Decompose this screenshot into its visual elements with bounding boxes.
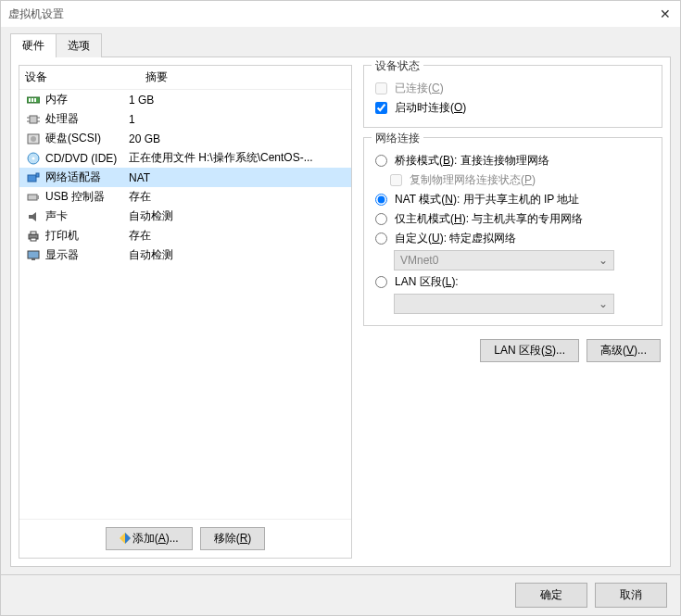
usb-icon	[25, 191, 42, 204]
hardware-panel: 设备 摘要 内存 1 GB 处理器 1 硬盘(SCSI) 20 GB	[19, 65, 352, 559]
svg-marker-24	[125, 533, 131, 544]
svg-point-12	[32, 157, 35, 159]
advanced-button[interactable]: 高级(V)...	[586, 339, 661, 362]
svg-rect-21	[28, 251, 39, 258]
svg-rect-14	[36, 173, 39, 177]
hw-row-network[interactable]: 网络适配器 NAT	[19, 168, 351, 187]
hw-summary: 自动检测	[129, 208, 346, 224]
svg-point-10	[31, 136, 36, 142]
hw-summary: 存在	[129, 189, 346, 205]
svg-rect-13	[28, 175, 36, 182]
device-status-legend: 设备状态	[372, 58, 423, 74]
hw-name: USB 控制器	[45, 189, 105, 205]
hw-row-cd[interactable]: CD/DVD (IDE) 正在使用文件 H:\操作系统\CentOS-...	[19, 148, 351, 168]
tabs: 硬件 选项	[10, 32, 671, 57]
chevron-down-icon: ⌄	[599, 297, 608, 310]
sound-icon	[25, 210, 42, 223]
display-icon	[25, 249, 42, 262]
svg-marker-17	[29, 212, 36, 221]
hw-row-sound[interactable]: 声卡 自动检测	[19, 207, 351, 226]
lan-segments-button[interactable]: LAN 区段(S)...	[480, 339, 579, 362]
hw-summary: 1 GB	[129, 94, 346, 107]
nat-radio[interactable]	[375, 194, 387, 206]
svg-rect-4	[30, 116, 37, 123]
cpu-icon	[25, 113, 42, 126]
svg-rect-2	[32, 98, 33, 102]
network-icon	[25, 171, 42, 184]
custom-radio[interactable]	[375, 233, 387, 245]
remove-button[interactable]: 移除(R)	[200, 527, 266, 550]
hw-name: 网络适配器	[45, 170, 101, 185]
svg-rect-20	[31, 238, 36, 241]
hw-summary: 存在	[129, 228, 346, 244]
hostonly-label: 仅主机模式(H): 与主机共享的专用网络	[395, 211, 583, 227]
hdd-icon	[25, 132, 42, 145]
replicate-checkbox	[390, 174, 402, 186]
hostonly-radio[interactable]	[375, 213, 387, 225]
hw-name: CD/DVD (IDE)	[45, 152, 117, 165]
svg-rect-3	[34, 98, 36, 102]
custom-label: 自定义(U): 特定虚拟网络	[395, 231, 516, 246]
close-icon[interactable]: ✕	[660, 6, 671, 21]
bridged-label: 桥接模式(B): 直接连接物理网络	[395, 153, 549, 169]
col-device: 设备	[25, 69, 145, 85]
lan-segment-select: ⌄	[394, 294, 614, 314]
network-legend: 网络连接	[372, 131, 423, 146]
svg-rect-16	[37, 195, 39, 199]
cd-icon	[25, 152, 42, 165]
connect-on-power-label: 启动时连接(O)	[395, 100, 466, 116]
hw-name: 打印机	[45, 228, 79, 244]
hw-summary: 1	[129, 113, 346, 126]
svg-rect-22	[32, 258, 35, 260]
hw-row-cpu[interactable]: 处理器 1	[19, 109, 351, 129]
device-status-group: 设备状态 已连接(C) 启动时连接(O)	[363, 65, 662, 128]
hw-row-display[interactable]: 显示器 自动检测	[19, 245, 351, 265]
memory-icon	[25, 94, 42, 107]
svg-rect-19	[31, 232, 36, 234]
hw-summary: 正在使用文件 H:\操作系统\CentOS-...	[129, 150, 346, 166]
add-button[interactable]: 添加(A)...	[106, 527, 193, 550]
hw-row-hdd[interactable]: 硬盘(SCSI) 20 GB	[19, 129, 351, 148]
connected-checkbox	[375, 82, 387, 94]
chevron-down-icon: ⌄	[599, 254, 608, 267]
tab-options[interactable]: 选项	[56, 33, 102, 57]
col-summary: 摘要	[145, 69, 346, 85]
lan-radio[interactable]	[375, 276, 387, 288]
window-title: 虚拟机设置	[8, 6, 64, 22]
lan-label: LAN 区段(L):	[395, 274, 459, 290]
svg-rect-1	[29, 98, 31, 102]
svg-rect-15	[28, 195, 37, 200]
hw-name: 显示器	[45, 247, 79, 263]
cancel-button[interactable]: 取消	[595, 583, 667, 608]
hw-row-printer[interactable]: 打印机 存在	[19, 226, 351, 245]
custom-network-select: VMnet0 ⌄	[394, 250, 614, 270]
hw-name: 内存	[45, 92, 68, 107]
hw-name: 处理器	[45, 111, 79, 127]
hw-summary: 20 GB	[129, 132, 346, 145]
connect-on-power-checkbox[interactable]	[375, 102, 387, 114]
hw-summary: NAT	[129, 171, 346, 184]
hw-summary: 自动检测	[129, 247, 346, 263]
ok-button[interactable]: 确定	[515, 583, 587, 608]
replicate-label: 复制物理网络连接状态(P)	[410, 172, 536, 188]
hw-row-memory[interactable]: 内存 1 GB	[19, 90, 351, 109]
connected-label: 已连接(C)	[395, 81, 444, 96]
tab-hardware[interactable]: 硬件	[10, 33, 57, 57]
custom-network-value: VMnet0	[400, 254, 438, 267]
hw-row-usb[interactable]: USB 控制器 存在	[19, 187, 351, 207]
add-button-label: 添加(A)...	[132, 532, 179, 545]
hw-name: 硬盘(SCSI)	[45, 131, 101, 146]
bridged-radio[interactable]	[375, 155, 387, 167]
network-connection-group: 网络连接 桥接模式(B): 直接连接物理网络 复制物理网络连接状态(P) NAT…	[363, 137, 662, 326]
nat-label: NAT 模式(N): 用于共享主机的 IP 地址	[395, 192, 579, 207]
hw-name: 声卡	[45, 208, 68, 224]
printer-icon	[25, 230, 42, 243]
